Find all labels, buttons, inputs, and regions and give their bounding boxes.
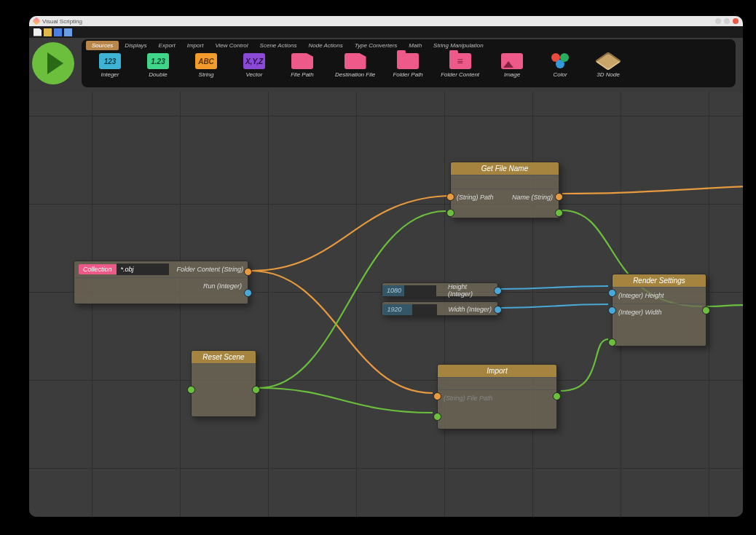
node-height[interactable]: Height (Integer): [382, 282, 498, 297]
width-input[interactable]: [383, 304, 437, 315]
node-reset-scene[interactable]: Reset Scene: [191, 350, 256, 417]
open-folder-icon[interactable]: [44, 28, 52, 36]
double-icon: 1.23: [147, 53, 169, 69]
window-controls: [715, 18, 739, 24]
port-label-width-in: (Integer) Width: [618, 309, 661, 316]
toolbox: SourcesDisplaysExportImportView ControlS…: [82, 39, 736, 87]
port-label-name-out: Name (String): [512, 194, 553, 201]
close-button[interactable]: [733, 18, 739, 24]
node-get-file-name[interactable]: Get File Name (String) Path Name (String…: [450, 162, 559, 218]
port-in-path[interactable]: [446, 193, 454, 201]
color-icon: [549, 53, 571, 69]
collection-filter-input[interactable]: [117, 263, 169, 275]
height-input[interactable]: [382, 285, 436, 296]
port-out-name[interactable]: [555, 193, 563, 201]
port-label-height: Height (Integer): [448, 283, 492, 298]
port-out-run[interactable]: [252, 386, 260, 394]
toolbar: SourcesDisplaysExportImportView ControlS…: [29, 38, 743, 92]
node-import[interactable]: Import (String) File Path: [437, 364, 557, 429]
port-out-run[interactable]: [555, 209, 563, 217]
port-out-height[interactable]: [494, 287, 502, 295]
play-icon: [47, 52, 63, 74]
port-in-run[interactable]: [608, 338, 616, 346]
tool-destfile[interactable]: Destination File: [335, 53, 375, 78]
tab-strip: SourcesDisplaysExportImportView ControlS…: [86, 41, 731, 50]
tool-double[interactable]: 1.23Double: [143, 53, 173, 78]
port-in-run[interactable]: [446, 209, 454, 217]
port-label-width: Width (Integer): [449, 306, 492, 313]
port-out-run[interactable]: [244, 289, 252, 297]
tab-sources[interactable]: Sources: [86, 41, 119, 50]
string-icon: ABC: [195, 53, 217, 69]
node-title: Get File Name: [451, 162, 559, 175]
tab-string-manipulation[interactable]: String Manipulation: [428, 41, 489, 50]
node-title: Reset Scene: [192, 351, 256, 364]
port-out-width[interactable]: [494, 306, 502, 314]
integer-icon: 123: [99, 53, 121, 69]
folder-content-icon: [449, 53, 471, 69]
node-collection[interactable]: Collection Folder Content (String) Run (…: [74, 261, 248, 304]
app-logo-icon: [32, 17, 40, 25]
tab-scene-actions[interactable]: Scene Actions: [254, 41, 303, 50]
node-canvas[interactable]: Collection Folder Content (String) Run (…: [29, 92, 743, 517]
titlebar: Visual Scripting: [29, 16, 743, 26]
run-button[interactable]: [32, 42, 74, 84]
maximize-button[interactable]: [724, 18, 730, 24]
folder-icon: [397, 53, 419, 69]
port-label-height-in: (Integer) Height: [618, 292, 664, 299]
save-icon[interactable]: [54, 28, 62, 36]
port-in-filepath[interactable]: [433, 392, 441, 400]
tool-row: 123Integer 1.23Double ABCString X,Y,ZVec…: [86, 50, 731, 81]
collection-badge: Collection: [79, 264, 117, 274]
image-icon: [501, 53, 523, 69]
port-label-folder-content: Folder Content (String): [176, 266, 243, 273]
tool-vector[interactable]: X,Y,ZVector: [239, 53, 269, 78]
edit-icon[interactable]: [64, 28, 72, 36]
port-label-filepath: (String) File Path: [444, 395, 493, 402]
port-label-run: Run (Integer): [203, 282, 242, 290]
port-label-path-in: (String) Path: [457, 194, 494, 201]
dest-file-icon: [344, 53, 366, 69]
minimize-button[interactable]: [715, 18, 721, 24]
tool-folder-content[interactable]: Folder Content: [441, 53, 479, 78]
port-in-width[interactable]: [608, 306, 616, 314]
vector-icon: X,Y,Z: [243, 53, 265, 69]
tab-export[interactable]: Export: [153, 41, 181, 50]
window-title: Visual Scripting: [42, 18, 82, 25]
node-title: Import: [438, 365, 556, 378]
node-title: Render Settings: [613, 274, 706, 288]
quick-access-bar: [29, 26, 743, 38]
tool-folder[interactable]: Folder Path: [393, 53, 423, 78]
tab-view-control[interactable]: View Control: [209, 41, 253, 50]
node-render-settings[interactable]: Render Settings (Integer) Height (Intege…: [612, 274, 706, 346]
tab-node-actions[interactable]: Node Actions: [302, 41, 348, 50]
new-file-icon[interactable]: [34, 28, 42, 36]
file-icon: [291, 53, 313, 69]
port-in-run[interactable]: [433, 413, 441, 421]
node-width[interactable]: Width (Integer): [382, 301, 498, 316]
tool-color[interactable]: Color: [545, 53, 575, 78]
tool-image[interactable]: Image: [497, 53, 527, 78]
port-in-height[interactable]: [608, 289, 616, 297]
tool-3dnode[interactable]: 3D Node: [593, 53, 623, 78]
cube-icon: [595, 52, 622, 71]
tool-filepath[interactable]: File Path: [287, 53, 318, 78]
tool-string[interactable]: ABCString: [191, 53, 221, 78]
port-out-folder-content[interactable]: [244, 268, 252, 276]
tab-displays[interactable]: Displays: [119, 41, 152, 50]
tab-import[interactable]: Import: [181, 41, 210, 50]
tab-type-converters[interactable]: Type Converters: [349, 41, 403, 50]
port-out-run[interactable]: [553, 392, 561, 400]
tool-integer[interactable]: 123Integer: [95, 53, 125, 78]
port-in-run[interactable]: [187, 386, 195, 394]
tab-math[interactable]: Math: [403, 41, 428, 50]
port-out-run[interactable]: [702, 306, 710, 314]
app-window: Visual Scripting SourcesDisplaysExportIm…: [29, 16, 743, 517]
